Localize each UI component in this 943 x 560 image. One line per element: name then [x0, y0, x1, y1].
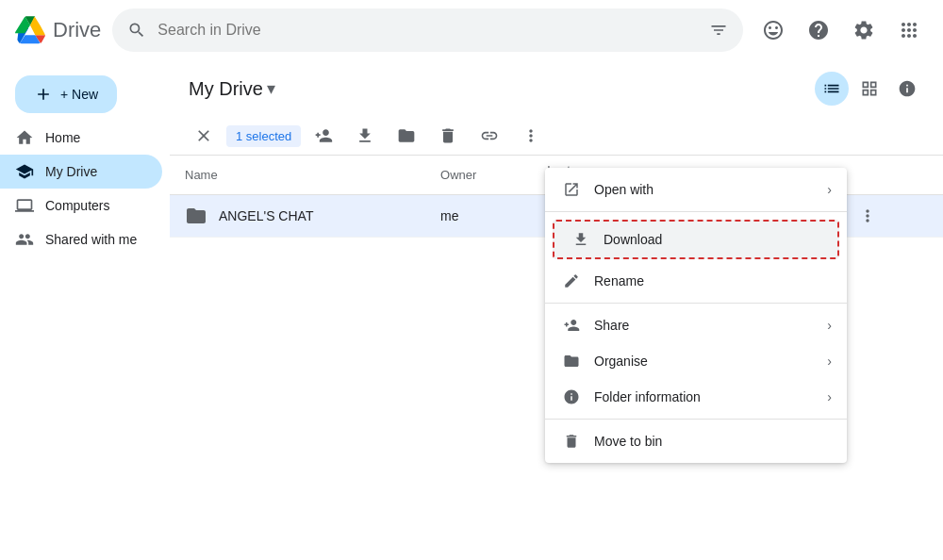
- search-input[interactable]: [157, 22, 698, 39]
- folder-move-icon: [397, 126, 416, 145]
- file-name-cell: ANGEL'S CHAT: [170, 195, 425, 238]
- file-name-text: ANGEL'S CHAT: [219, 208, 313, 223]
- sidebar-item-label: Shared with me: [45, 232, 137, 247]
- download-icon: [356, 126, 374, 145]
- folder-info-icon: [560, 388, 583, 405]
- computers-icon: [15, 196, 34, 215]
- menu-item-open-with[interactable]: Open with ›: [545, 172, 847, 207]
- plus-icon: [34, 85, 53, 104]
- rename-icon: [560, 272, 583, 289]
- logo-text: Drive: [53, 18, 101, 42]
- more-vert-file-icon: [858, 206, 877, 225]
- settings-icon[interactable]: [845, 11, 883, 49]
- link-toolbar-button[interactable]: [471, 121, 508, 151]
- menu-item-share[interactable]: Share ›: [545, 307, 847, 343]
- file-more-button[interactable]: [849, 201, 928, 231]
- sidebar-item-computers[interactable]: Computers: [0, 189, 162, 222]
- top-bar: Drive: [0, 0, 943, 60]
- search-filter-icon[interactable]: [709, 21, 728, 40]
- drive-logo-icon: [15, 15, 45, 45]
- context-menu: Open with › Download Rename Share › Orga…: [545, 168, 847, 463]
- page-title-text: My Drive: [189, 78, 263, 100]
- folder-icon: [185, 205, 207, 227]
- menu-divider-3: [545, 419, 847, 420]
- logo[interactable]: Drive: [15, 15, 101, 45]
- menu-item-rename[interactable]: Rename: [545, 263, 847, 299]
- close-icon: [194, 126, 213, 145]
- share-toolbar-button[interactable]: [305, 121, 342, 151]
- home-icon: [15, 128, 34, 147]
- title-dropdown-icon[interactable]: ▾: [267, 78, 275, 99]
- sidebar-item-label: Computers: [45, 198, 109, 213]
- search-bar: [112, 8, 743, 52]
- info-button[interactable]: [890, 72, 924, 106]
- menu-divider-2: [545, 303, 847, 304]
- toolbar: 1 selected: [170, 117, 943, 156]
- file-owner-cell: me: [425, 195, 532, 238]
- open-with-icon: [560, 181, 583, 198]
- person-add-icon: [314, 126, 333, 145]
- grid-view-button[interactable]: [852, 72, 886, 106]
- open-with-arrow-icon: ›: [827, 182, 832, 197]
- delete-icon: [438, 126, 457, 145]
- sidebar-item-label: Home: [45, 130, 80, 145]
- download-toolbar-button[interactable]: [346, 121, 384, 151]
- sidebar: + New Home My Drive Computers: [0, 60, 170, 560]
- delete-toolbar-button[interactable]: [429, 121, 467, 151]
- download-wrapper: Download: [545, 216, 847, 263]
- menu-item-label: Organise: [594, 354, 648, 369]
- menu-item-label: Move to bin: [594, 434, 662, 449]
- share-arrow-icon: ›: [827, 318, 832, 333]
- sidebar-item-label: My Drive: [45, 164, 97, 179]
- sidebar-item-shared[interactable]: Shared with me: [0, 222, 162, 256]
- google-apps-icon[interactable]: [890, 11, 928, 49]
- organise-arrow-icon: ›: [827, 354, 832, 369]
- new-button[interactable]: + New: [15, 75, 117, 113]
- menu-item-label: Download: [604, 232, 662, 247]
- emoji-support-icon[interactable]: [754, 11, 792, 49]
- menu-item-label: Folder information: [594, 389, 701, 404]
- menu-item-label: Open with: [594, 182, 653, 197]
- col-owner-header: Owner: [425, 156, 532, 195]
- my-drive-icon: [15, 162, 34, 181]
- menu-item-label: Share: [594, 318, 629, 333]
- menu-divider-1: [545, 211, 847, 212]
- menu-item-organise[interactable]: Organise ›: [545, 343, 847, 379]
- close-selection-button[interactable]: [185, 121, 223, 151]
- share-menu-icon: [560, 317, 583, 334]
- col-actions-header: [834, 156, 943, 195]
- more-toolbar-button[interactable]: [512, 121, 550, 151]
- bin-icon: [560, 433, 583, 450]
- move-folder-toolbar-button[interactable]: [388, 121, 425, 151]
- view-toggle: [815, 72, 924, 106]
- selection-count-text: 1 selected: [236, 129, 291, 143]
- page-title: My Drive ▾: [189, 78, 275, 100]
- link-icon: [480, 126, 499, 145]
- menu-item-label: Rename: [594, 273, 644, 288]
- new-button-label: + New: [60, 87, 98, 102]
- menu-item-move-to-bin[interactable]: Move to bin: [545, 423, 847, 459]
- top-right-icons: [754, 11, 928, 49]
- content-header: My Drive ▾: [170, 60, 943, 117]
- sidebar-item-my-drive[interactable]: My Drive: [0, 155, 162, 189]
- shared-icon: [15, 230, 34, 249]
- menu-item-folder-info[interactable]: Folder information ›: [545, 379, 847, 415]
- more-vert-icon: [521, 126, 540, 145]
- col-name-header: Name: [170, 156, 425, 195]
- download-menu-icon: [570, 231, 592, 248]
- help-icon[interactable]: [800, 11, 837, 49]
- sidebar-item-home[interactable]: Home: [0, 121, 162, 155]
- selection-count: 1 selected: [226, 125, 301, 147]
- menu-item-download[interactable]: Download: [553, 220, 839, 259]
- folder-info-arrow-icon: ›: [827, 389, 832, 404]
- organise-icon: [560, 353, 583, 370]
- search-icon: [127, 21, 146, 40]
- list-view-button[interactable]: [815, 72, 849, 106]
- file-more-cell[interactable]: [834, 195, 943, 238]
